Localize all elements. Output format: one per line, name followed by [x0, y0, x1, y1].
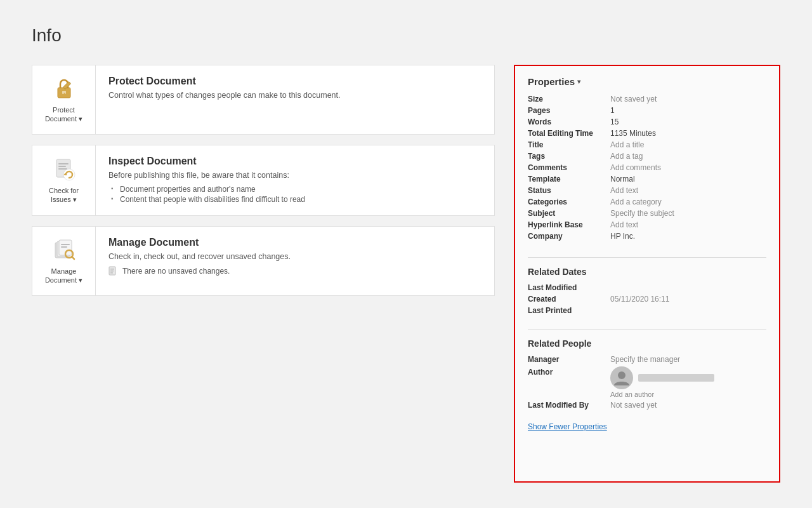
prop-pages-value: 1 [610, 105, 766, 116]
inspect-document-card: Check forIssues ▾ Inspect Document Befor… [32, 145, 495, 216]
avatar-icon [613, 369, 631, 387]
related-manager-label: Manager [528, 354, 610, 365]
related-created-label: Created [528, 293, 610, 305]
prop-categories-row: Categories Add a category [528, 196, 766, 208]
manage-document-desc: Check in, check out, and recover unsaved… [108, 252, 481, 261]
related-created-row: Created 05/11/2020 16:11 [528, 293, 766, 305]
author-row [610, 366, 766, 389]
prop-hyperlink-row: Hyperlink Base Add text [528, 219, 766, 231]
prop-subject-label: Subject [528, 208, 610, 219]
prop-comments-value[interactable]: Add comments [610, 162, 766, 173]
related-author-label: Author [528, 365, 610, 399]
prop-status-label: Status [528, 185, 610, 196]
prop-pages-label: Pages [528, 105, 610, 116]
avatar [610, 366, 633, 389]
related-last-printed-value [610, 305, 766, 316]
related-last-modified-by-value: Not saved yet [610, 399, 766, 411]
related-last-modified-label: Last Modified [528, 282, 610, 293]
prop-hyperlink-label: Hyperlink Base [528, 219, 610, 231]
inspect-list-item-2: Content that people with disabilities fi… [108, 195, 481, 204]
svg-line-16 [72, 257, 74, 259]
related-last-modified-by-label: Last Modified By [528, 399, 610, 411]
svg-rect-6 [58, 166, 66, 167]
prop-editing-time-label: Total Editing Time [528, 128, 610, 139]
prop-tags-value[interactable]: Add a tag [610, 150, 766, 162]
prop-title-value[interactable]: Add a title [610, 139, 766, 150]
prop-tags-label: Tags [528, 150, 610, 162]
prop-status-row: Status Add text [528, 185, 766, 196]
prop-subject-value[interactable]: Specify the subject [610, 208, 766, 219]
left-panel: ProtectDocument ▾ Protect Document Contr… [32, 65, 495, 483]
prop-size-value: Not saved yet [610, 93, 766, 105]
prop-title-row: Title Add a title [528, 139, 766, 150]
check-for-issues-icon [51, 157, 77, 182]
manage-document-card: ManageDocument ▾ Manage Document Check i… [32, 226, 495, 296]
related-last-printed-row: Last Printed [528, 305, 766, 316]
related-manager-value[interactable]: Specify the manager [610, 354, 766, 365]
prop-comments-row: Comments Add comments [528, 162, 766, 173]
prop-title-label: Title [528, 139, 610, 150]
author-name-bar [638, 374, 714, 382]
no-unsaved-changes-text: There are no unsaved changes. [122, 267, 230, 276]
inspect-document-content: Inspect Document Before publishing this … [96, 145, 494, 215]
svg-rect-19 [110, 271, 114, 272]
prop-hyperlink-value[interactable]: Add text [610, 219, 766, 231]
prop-comments-label: Comments [528, 162, 610, 173]
show-fewer-properties-link[interactable]: Show Fewer Properties [528, 422, 766, 431]
related-dates-table: Last Modified Created 05/11/2020 16:11 L… [528, 282, 766, 316]
protect-document-label: ProtectDocument ▾ [45, 105, 82, 124]
check-for-issues-icon-box[interactable]: Check forIssues ▾ [32, 145, 96, 215]
manage-document-icon [51, 237, 77, 263]
related-last-modified-by-row: Last Modified By Not saved yet [528, 399, 766, 411]
related-last-modified-row: Last Modified [528, 282, 766, 293]
small-doc-icon [108, 266, 117, 276]
related-author-cell: Add an author [610, 365, 766, 399]
prop-size-row: Size Not saved yet [528, 93, 766, 105]
properties-panel: Properties ▾ Size Not saved yet Pages 1 … [514, 65, 780, 483]
prop-status-value[interactable]: Add text [610, 185, 766, 196]
prop-template-value: Normal [610, 173, 766, 185]
svg-rect-7 [58, 168, 67, 170]
prop-tags-row: Tags Add a tag [528, 150, 766, 162]
prop-company-value: HP Inc. [610, 231, 766, 242]
properties-dropdown-arrow[interactable]: ▾ [577, 78, 580, 85]
protect-document-title: Protect Document [108, 76, 481, 87]
protect-document-icon [51, 76, 77, 102]
inspect-document-desc: Before publishing this file, be aware th… [108, 171, 481, 180]
protect-document-icon-box[interactable]: ProtectDocument ▾ [32, 65, 96, 134]
manage-document-sub-item: There are no unsaved changes. [108, 266, 481, 276]
protect-document-card: ProtectDocument ▾ Protect Document Contr… [32, 65, 495, 135]
page-title: Info [32, 25, 780, 46]
inspect-document-title: Inspect Document [108, 156, 481, 167]
prop-size-label: Size [528, 93, 610, 105]
svg-rect-18 [110, 269, 114, 270]
prop-template-row: Template Normal [528, 173, 766, 185]
check-for-issues-label: Check forIssues ▾ [49, 186, 79, 204]
inspect-list-item-1: Document properties and author's name [108, 185, 481, 194]
related-author-row: Author [528, 365, 766, 399]
add-author-link[interactable]: Add an author [610, 391, 766, 398]
prop-subject-row: Subject Specify the subject [528, 208, 766, 219]
related-manager-row: Manager Specify the manager [528, 354, 766, 365]
properties-title: Properties ▾ [528, 76, 766, 87]
related-created-value: 05/11/2020 16:11 [610, 293, 766, 305]
prop-categories-value[interactable]: Add a category [610, 196, 766, 208]
manage-document-label: ManageDocument ▾ [45, 267, 82, 285]
manage-document-content: Manage Document Check in, check out, and… [96, 227, 494, 295]
manage-document-title: Manage Document [108, 237, 481, 248]
prop-words-label: Words [528, 116, 610, 128]
properties-table: Size Not saved yet Pages 1 Words 15 Tota… [528, 93, 766, 242]
inspect-document-list: Document properties and author's name Co… [108, 185, 481, 204]
prop-company-row: Company HP Inc. [528, 231, 766, 242]
prop-words-row: Words 15 [528, 116, 766, 128]
manage-document-icon-box[interactable]: ManageDocument ▾ [32, 227, 96, 295]
protect-document-desc: Control what types of changes people can… [108, 91, 481, 100]
svg-point-21 [618, 371, 625, 379]
prop-editing-time-value: 1135 Minutes [610, 128, 766, 139]
prop-pages-row: Pages 1 [528, 105, 766, 116]
related-dates-title: Related Dates [528, 267, 766, 277]
prop-editing-time-row: Total Editing Time 1135 Minutes [528, 128, 766, 139]
svg-rect-13 [61, 244, 70, 245]
svg-rect-20 [110, 272, 113, 274]
related-last-printed-label: Last Printed [528, 305, 610, 316]
